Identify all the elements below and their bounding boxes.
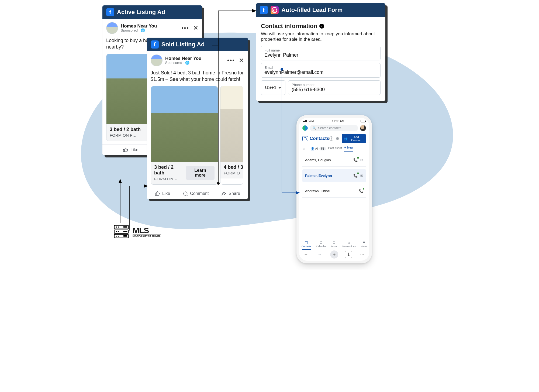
star-icon[interactable]: ☆ — [302, 147, 306, 151]
sparkle-icon: ✳ — [344, 146, 346, 149]
sponsored-label: Sponsored · 🌐 — [165, 61, 224, 65]
full-name-field[interactable]: Full name Evelynn Palmer — [261, 46, 381, 60]
new-tab-button[interactable]: ＋ — [330, 250, 338, 259]
tab-transactions[interactable]: ⌂Transactions — [341, 240, 356, 248]
email-field[interactable]: Email evelynnPalmer@email.com — [261, 63, 381, 78]
listing-card[interactable]: 4 bed / 3 bath FORM O — [220, 86, 243, 185]
tabs-count[interactable]: 1 — [345, 251, 352, 258]
mls-source: MLS MULTIPLE LISTING SERVICE — [113, 224, 161, 239]
facebook-icon: f — [260, 6, 268, 14]
phone-mockup: Wi-Fi 11:08 AM Search contacts… ☖ Contac… — [296, 115, 372, 263]
info-icon[interactable]: i — [319, 24, 324, 29]
listing-title: 4 bed / 3 bath — [224, 164, 240, 170]
svg-point-10 — [118, 231, 119, 232]
tab-menu[interactable]: ≡Menu — [360, 240, 367, 248]
field-value: (555) 616-8300 — [292, 87, 377, 92]
share-button[interactable]: Share — [221, 191, 240, 196]
user-avatar[interactable] — [360, 125, 366, 131]
browser-nav: ← → ＋ 1 ⋯ — [299, 249, 369, 261]
svg-rect-13 — [123, 226, 127, 228]
filter-bar: ☆ | 👤 All 51 Past client ✳ New — [299, 145, 369, 152]
contact-row[interactable]: Andrews, Chloe📞 — [302, 185, 366, 198]
listing-sub: FORM ON F… — [110, 133, 141, 137]
mail-icon[interactable]: ✉︎ — [360, 158, 363, 162]
signal-icon — [303, 120, 307, 122]
phone-field[interactable]: Phone number (555) 616-8300 — [288, 80, 381, 95]
caret-down-icon — [278, 87, 281, 89]
mls-logo-text: MLS — [133, 227, 161, 234]
lead-form-panel: f Auto-filled Lead Form Contact informat… — [256, 3, 385, 101]
tab-tasks[interactable]: 🗒Tasks — [330, 240, 338, 248]
tasks-tab-icon: 🗒 — [332, 240, 336, 245]
field-value: evelynnPalmer@email.com — [264, 70, 377, 75]
help-icon[interactable]: ? — [329, 136, 333, 141]
contacts-icon: ☖ — [302, 136, 308, 141]
thumbs-up-icon — [123, 147, 128, 153]
page-avatar — [151, 54, 163, 66]
panel-header: f Sold Listing Ad — [147, 38, 248, 51]
like-button[interactable]: Like — [123, 147, 138, 153]
page-name[interactable]: Homes Near You — [165, 56, 224, 61]
like-button[interactable]: Like — [155, 191, 170, 196]
sold-listing-ad-panel: f Sold Listing Ad Homes Near You Sponsor… — [147, 38, 248, 199]
page-name[interactable]: Homes Near You — [121, 23, 179, 29]
contact-name: Palmer, Evelynn — [305, 174, 332, 178]
filter-past-client[interactable]: Past client — [328, 146, 342, 151]
forward-button[interactable]: → — [316, 251, 323, 258]
comment-button[interactable]: Comment — [182, 191, 209, 196]
instagram-icon — [271, 6, 279, 14]
learn-more-button[interactable]: Learn more — [186, 166, 215, 180]
mail-icon[interactable]: ✉︎ — [360, 174, 363, 178]
field-label: Email — [264, 66, 377, 70]
search-input[interactable]: Search contacts… — [310, 125, 358, 131]
facebook-icon: f — [151, 40, 159, 49]
country-code-select[interactable]: US+1 — [261, 80, 285, 95]
listing-title: 3 bed / 2 bath — [154, 164, 183, 176]
listing-card[interactable]: 3 bed / 2 bath FORM ON F… Learn more — [151, 86, 218, 185]
contact-row[interactable]: Palmer, Evelynn📞✉︎ — [302, 169, 366, 182]
contact-row[interactable]: Adams, Douglas📞✉︎ — [302, 154, 366, 167]
svg-rect-14 — [123, 231, 127, 232]
contacts-tab-icon: ▢ — [305, 240, 308, 245]
settings-icon[interactable]: ⚙ — [336, 136, 340, 141]
add-contact-icon: 👥 — [344, 137, 348, 140]
facebook-icon: f — [106, 8, 114, 16]
battery-icon — [361, 120, 365, 122]
form-desc: We will use your information to keep you… — [261, 31, 381, 42]
contact-name: Adams, Douglas — [305, 158, 331, 162]
svg-point-7 — [116, 226, 117, 228]
panel-header: f Auto-filled Lead Form — [256, 3, 385, 17]
bottom-tabs: ▢Contacts 🗓Calendar 🗒Tasks ⌂Transactions… — [299, 238, 369, 249]
section-title: Contacts — [310, 136, 329, 141]
search-placeholder: Search contacts… — [318, 126, 344, 130]
share-icon — [221, 191, 226, 196]
listing-photo — [220, 86, 243, 162]
contact-name: Andrews, Chloe — [305, 189, 330, 193]
add-contact-button[interactable]: 👥 Add Contact — [342, 134, 366, 143]
svg-point-11 — [116, 236, 117, 237]
back-button[interactable]: ← — [303, 251, 310, 258]
field-label: Full name — [264, 48, 377, 52]
phone-icon[interactable]: 📞 — [353, 158, 358, 162]
listing-sub: FORM O — [224, 171, 240, 175]
phone-icon[interactable]: 📞 — [353, 174, 358, 178]
search-icon — [313, 126, 316, 130]
form-section-title: Contact information i — [261, 23, 381, 30]
page-avatar — [106, 22, 118, 34]
post-body: Just Sold! 4 bed, 3 bath home in Fresno … — [147, 70, 248, 86]
panel-title: Active Listing Ad — [117, 9, 165, 16]
clock: 11:08 AM — [332, 119, 344, 123]
svg-rect-15 — [123, 235, 127, 237]
filter-new[interactable]: ✳ New — [344, 146, 353, 152]
svg-point-12 — [118, 236, 119, 237]
tab-calendar[interactable]: 🗓Calendar — [316, 240, 327, 248]
svg-point-8 — [118, 226, 119, 228]
listing-title: 3 bed / 2 bath — [110, 127, 141, 133]
tab-contacts[interactable]: ▢Contacts — [301, 240, 312, 248]
overflow-button[interactable]: ⋯ — [359, 251, 366, 258]
filter-all[interactable]: 👤 All 51 — [311, 147, 326, 150]
calendar-tab-icon: 🗓 — [319, 240, 323, 245]
transactions-tab-icon: ⌂ — [348, 240, 350, 245]
panel-title: Auto-filled Lead Form — [281, 6, 343, 13]
phone-icon[interactable]: 📞 — [359, 189, 363, 193]
